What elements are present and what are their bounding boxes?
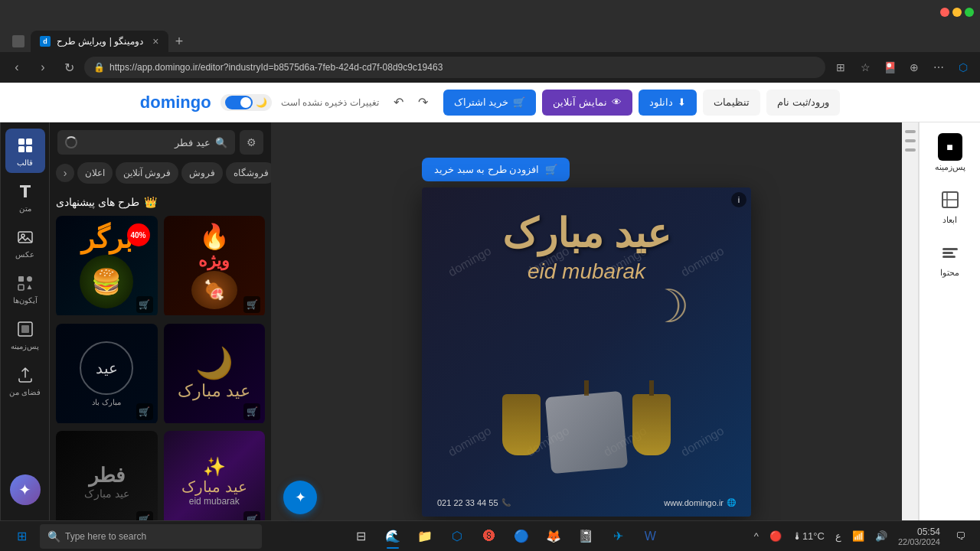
collections-btn[interactable]: 🎴 — [879, 57, 900, 78]
category-tab-4[interactable]: فروشگاه — [226, 162, 271, 184]
login-label: ورود/ثبت نام — [777, 96, 829, 108]
burger-emoji: 🍔 — [91, 267, 122, 296]
taskbar-hidden-icons[interactable]: ^ — [750, 523, 763, 550]
template-icon — [15, 135, 36, 156]
category-tab-2[interactable]: فروش آنلاین — [116, 162, 178, 184]
sidebar-mark-3 — [905, 148, 916, 152]
search-input[interactable] — [82, 137, 211, 148]
temp-text: 11°C — [802, 530, 825, 542]
tab-close-button[interactable]: × — [152, 35, 158, 47]
crown-icon: 👑 — [144, 196, 157, 208]
taskbar-word-button[interactable]: W — [635, 523, 665, 550]
redo-button[interactable]: ↷ — [413, 92, 434, 113]
sidebar-tool-photo[interactable]: عکس — [5, 220, 45, 265]
photo-tool-label: عکس — [15, 250, 34, 259]
left-sidebar — [902, 122, 919, 551]
start-button[interactable]: ⊞ — [6, 524, 37, 549]
template-card-4[interactable]: عید مبارک باد 🛒 — [56, 324, 158, 425]
download-button[interactable]: ⬇ دانلود — [639, 90, 697, 116]
discount-badge: 40% — [127, 223, 150, 246]
template-card-2[interactable]: 40% برگر 🍔 🛒 — [56, 216, 158, 318]
taskbar-search[interactable]: 🔍 Type here to search — [40, 524, 262, 549]
maximize-button[interactable] — [965, 8, 974, 17]
settings-more-btn[interactable]: ⋯ — [928, 57, 949, 78]
view-icon: ⊟ — [356, 529, 366, 543]
taskbar-telegram-button[interactable]: ✈ — [603, 523, 633, 550]
taskbar-search-text: Type here to search — [65, 531, 146, 542]
refresh-button[interactable]: ↻ — [58, 57, 80, 78]
taskbar-store-button[interactable]: 🅢 — [474, 523, 505, 550]
moon-icon: 🌙 — [256, 97, 267, 108]
canvas-info-button[interactable]: i — [731, 192, 746, 207]
notification-button[interactable]: 🗨 — [946, 523, 974, 550]
category-tab-3[interactable]: فروش — [181, 162, 223, 184]
search-filter-button[interactable]: ⚙ — [240, 130, 263, 155]
tool-content[interactable]: محتوا — [924, 234, 976, 284]
calligraphy-circle: عید — [80, 341, 133, 395]
undo-button[interactable]: ↶ — [388, 92, 410, 113]
dark-mode-toggle[interactable]: 🌙 — [220, 94, 272, 111]
taskbar-chrome-button[interactable]: 🔵 — [506, 523, 537, 550]
taskbar-edge-button[interactable]: 🌊 — [377, 523, 408, 550]
sidebar-tool-upload[interactable]: فضای من — [5, 358, 45, 403]
taskbar-weather[interactable]: 🌡 11°C — [788, 523, 829, 550]
taskbar-keyboard-layout[interactable]: ع — [831, 523, 846, 550]
sidebar-tool-template[interactable]: قالب — [5, 129, 45, 173]
taskbar-network[interactable]: 📶 — [848, 523, 869, 550]
login-button[interactable]: ورود/ثبت نام — [766, 90, 840, 116]
taskbar-volume[interactable]: 🔊 — [871, 523, 892, 550]
tool-background[interactable]: ■ پس‌زمینه — [924, 129, 976, 178]
sidebar-mark-2 — [905, 139, 916, 142]
url-bar[interactable]: 🔒 https://app.domingo.ir/editor?industry… — [84, 57, 825, 78]
magic-ai-button[interactable]: ✦ — [283, 481, 317, 514]
save-status: تغییرات ذخیره نشده است — [281, 97, 379, 108]
settings-label: تنظیمات — [714, 96, 750, 108]
icons-tool-label: آیکون‌ها — [13, 296, 38, 305]
template-cart-badge-4: 🛒 — [136, 403, 153, 420]
taskbar-explorer-button[interactable]: 📁 — [410, 523, 440, 550]
extensions-btn[interactable]: ⊞ — [830, 57, 851, 78]
forward-button[interactable]: › — [32, 57, 54, 78]
arabic-big-t6: فطر — [89, 464, 125, 487]
taskbar-note-button[interactable]: 📓 — [570, 523, 601, 550]
template-card-6[interactable]: فطر عید مبارک 🛒 — [56, 431, 158, 533]
ai-sparkle: ✦ — [18, 481, 31, 499]
tool-dimensions[interactable]: ابعاد — [924, 181, 976, 231]
canvas-design[interactable]: domingo domingo domingo domingo domingo … — [422, 187, 751, 517]
sidebar-tool-ai[interactable]: ✦ — [5, 468, 45, 511]
new-tab-button[interactable]: + — [168, 31, 190, 52]
word-icon: W — [645, 530, 656, 543]
sidebar-tool-text[interactable]: متن — [5, 174, 45, 219]
app-logo: domingo — [140, 93, 211, 112]
sidebar-tool-background[interactable]: پس‌زمینه — [5, 312, 45, 357]
share-button[interactable]: 🛒 خرید اشتراک — [443, 90, 537, 116]
taskbar-view-button[interactable]: ⊟ — [345, 523, 376, 550]
edge-copilot-btn[interactable]: ⬡ — [952, 57, 974, 78]
settings-button[interactable]: تنظیمات — [703, 90, 760, 116]
add-to-cart-button[interactable]: 🛒 افزودن طرح به سبد خرید — [422, 158, 570, 181]
back-button[interactable]: ‹ — [6, 57, 28, 78]
search-input-wrap[interactable]: 🔍 — [57, 130, 235, 155]
eye-icon: 👁 — [612, 96, 622, 108]
favorites-btn[interactable]: ☆ — [854, 57, 876, 78]
sidebar-tool-icons[interactable]: آیکون‌ها — [5, 266, 45, 311]
close-button[interactable] — [940, 8, 949, 17]
taskbar-datetime[interactable]: 05:54 22/03/2024 — [893, 523, 945, 550]
template-card-5[interactable]: ✨ عید مبارک eid mubarak 🛒 — [164, 431, 266, 533]
background-tool-label: پس‌زمینه — [935, 162, 965, 172]
taskbar-edge2-button[interactable]: ⬡ — [442, 523, 472, 550]
toggle-track[interactable] — [225, 96, 253, 109]
share-label: خرید اشتراک — [454, 96, 509, 108]
preview-button[interactable]: 👁 نمایش آنلاین — [542, 90, 632, 116]
taskbar-alert[interactable]: 🔴 — [765, 523, 786, 550]
active-tab[interactable]: d دومینگو | ویرایش طرح × — [31, 31, 168, 52]
template-card-3[interactable]: 🌙 عید مبارک 🛒 — [164, 324, 266, 425]
edge-hub-btn[interactable]: ⊕ — [903, 57, 925, 78]
category-tab-1[interactable]: اعلان — [77, 162, 113, 184]
app-container: ورود/ثبت نام تنظیمات ⬇ دانلود 👁 نمایش آن… — [0, 83, 980, 551]
taskbar-firefox-button[interactable]: 🦊 — [538, 523, 569, 550]
minimize-button[interactable] — [952, 8, 962, 17]
moon-template: 🌙 — [195, 345, 234, 381]
template-card-1[interactable]: 🔥 ویژه 🍖 🛒 — [164, 216, 266, 318]
category-scroll-right[interactable]: › — [56, 164, 74, 182]
